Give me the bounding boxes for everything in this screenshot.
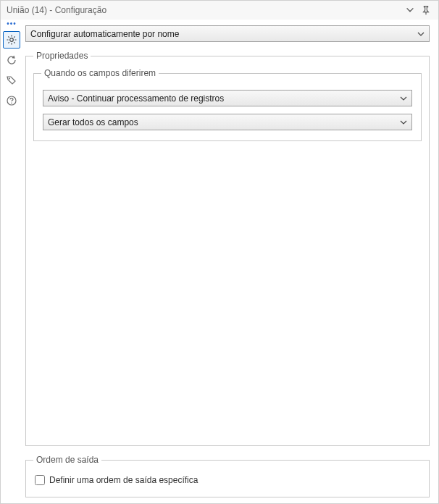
properties-group: Propriedades Quando os campos diferirem … (25, 51, 430, 446)
action-on-diff-value: Aviso - Continuar processamento de regis… (48, 93, 398, 104)
titlebar: União (14) - Configuração (1, 1, 438, 20)
specific-order-label: Definir uma ordem de saída específica (49, 475, 198, 485)
when-fields-differ-group: Quando os campos diferirem Aviso - Conti… (33, 68, 422, 141)
main-content: Configurar automaticamente por nome Prop… (22, 20, 438, 503)
chevron-down-icon (398, 93, 409, 104)
help-icon (6, 95, 17, 106)
pin-icon (421, 5, 431, 15)
sidebar-tab-help[interactable] (3, 92, 20, 109)
sidebar-tab-config[interactable] (3, 31, 20, 49)
specific-order-row[interactable]: Definir uma ordem de saída específica (33, 472, 422, 488)
when-fields-differ-legend: Quando os campos diferirem (41, 68, 159, 78)
output-order-group: Ordem de saída Definir uma ordem de saíd… (25, 455, 430, 497)
sidebar-drag-handle[interactable]: ••• (7, 21, 17, 28)
svg-point-3 (11, 103, 12, 104)
tag-icon (6, 75, 17, 86)
gear-icon (6, 34, 17, 46)
output-order-legend: Ordem de saída (33, 455, 101, 465)
chevron-down-icon (416, 29, 426, 39)
output-fields-select[interactable]: Gerar todos os campos (43, 114, 412, 130)
output-fields-value: Gerar todos os campos (48, 117, 398, 127)
config-panel: União (14) - Configuração ••• (0, 0, 439, 504)
sidebar-tab-tag[interactable] (3, 72, 20, 89)
mode-select[interactable]: Configurar automaticamente por nome (25, 25, 430, 42)
sidebar-tab-refresh[interactable] (3, 51, 20, 69)
panel-body: ••• (1, 20, 438, 503)
sidebar: ••• (1, 20, 22, 503)
pin-button[interactable] (418, 2, 434, 18)
spacer (33, 141, 422, 437)
refresh-icon (6, 54, 17, 66)
mode-select-value: Configurar automaticamente por nome (30, 29, 416, 39)
svg-point-1 (9, 78, 10, 80)
svg-point-0 (10, 38, 14, 42)
action-on-diff-select[interactable]: Aviso - Continuar processamento de regis… (43, 90, 412, 106)
collapse-button[interactable] (402, 2, 418, 18)
properties-legend: Propriedades (33, 51, 91, 61)
panel-title: União (14) - Configuração (7, 5, 402, 15)
chevron-down-icon (405, 5, 415, 15)
specific-order-checkbox[interactable] (35, 475, 45, 485)
chevron-down-icon (398, 117, 409, 127)
